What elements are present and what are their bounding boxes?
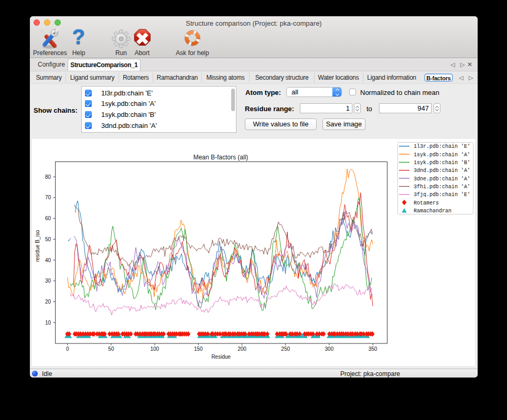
- svg-text:10: 10: [45, 320, 51, 326]
- svg-text:0: 0: [66, 346, 69, 352]
- svg-text:250: 250: [281, 346, 290, 352]
- svg-text:200: 200: [238, 346, 246, 352]
- svg-text:20: 20: [45, 299, 51, 305]
- svg-text:3fhi.pdb:chain 'A': 3fhi.pdb:chain 'A': [414, 184, 470, 190]
- svg-text:Ramachandran: Ramachandran: [414, 208, 451, 214]
- svg-text:350: 350: [369, 346, 377, 352]
- svg-text:30: 30: [45, 278, 51, 284]
- svg-text:80: 80: [45, 174, 51, 180]
- svg-text:3dnd.pdb:chain 'A': 3dnd.pdb:chain 'A': [414, 168, 470, 174]
- svg-text:70: 70: [45, 195, 51, 200]
- svg-text:3fjq.pdb:chain 'E': 3fjq.pdb:chain 'E': [414, 192, 470, 198]
- svg-text:Rotamers: Rotamers: [414, 200, 439, 206]
- svg-text:Mean B-factors (all): Mean B-factors (all): [193, 154, 249, 161]
- svg-text:300: 300: [325, 346, 334, 352]
- svg-text:1l3r.pdb:chain 'E': 1l3r.pdb:chain 'E': [414, 144, 470, 149]
- svg-text:✓: ✓: [67, 236, 72, 243]
- svg-text:40: 40: [45, 257, 51, 263]
- svg-text:3dne.pdb:chain 'A': 3dne.pdb:chain 'A': [414, 176, 470, 182]
- svg-text:60: 60: [45, 216, 51, 221]
- svg-text:50: 50: [108, 346, 114, 352]
- svg-text:100: 100: [150, 346, 159, 352]
- svg-text:Residue: Residue: [211, 354, 231, 360]
- svg-text:residue B_iso: residue B_iso: [35, 230, 40, 262]
- svg-text:1syk.pdb:chain 'A': 1syk.pdb:chain 'A': [414, 152, 470, 158]
- svg-text:150: 150: [194, 346, 203, 352]
- svg-text:1syk.pdb:chain 'B': 1syk.pdb:chain 'B': [414, 160, 470, 166]
- svg-text:50: 50: [45, 236, 51, 242]
